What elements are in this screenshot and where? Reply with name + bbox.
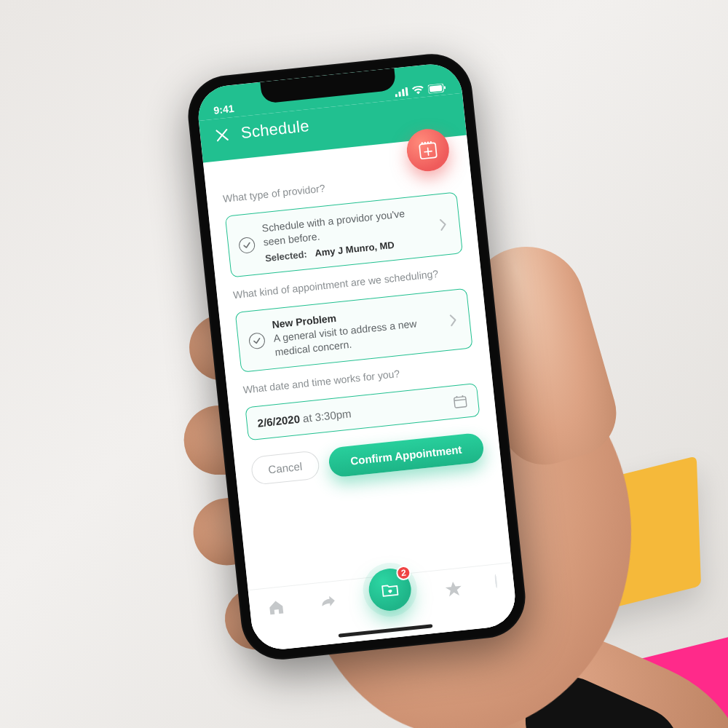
check-circle-icon <box>248 332 266 349</box>
chevron-right-icon <box>448 313 460 327</box>
appointment-card[interactable]: New Problem A general visit to address a… <box>235 288 473 373</box>
home-icon <box>266 597 287 618</box>
phone-screen: 9:41 Schedule <box>195 61 518 652</box>
svg-rect-2 <box>402 89 405 96</box>
svg-rect-3 <box>405 87 408 96</box>
phone-device-frame: 9:41 Schedule <box>184 50 529 664</box>
svg-rect-0 <box>395 94 397 97</box>
provider-card[interactable]: Schedule with a providor you've seen bef… <box>225 191 463 277</box>
nav-home[interactable] <box>266 597 287 618</box>
nav-profile[interactable] <box>495 575 498 588</box>
confirm-appointment-button[interactable]: Confirm Appointment <box>328 432 485 478</box>
home-indicator <box>339 624 433 638</box>
svg-rect-6 <box>444 86 446 89</box>
status-time: 9:41 <box>213 103 235 116</box>
calendar-icon <box>452 393 468 409</box>
chevron-right-icon <box>438 217 450 231</box>
svg-rect-1 <box>398 92 401 97</box>
nav-favorites[interactable] <box>443 579 464 600</box>
folder-heart-icon <box>379 579 401 601</box>
close-icon[interactable] <box>214 127 230 143</box>
cancel-button[interactable]: Cancel <box>250 450 320 485</box>
check-circle-icon <box>238 236 256 253</box>
calendar-plus-icon <box>416 138 440 162</box>
signal-icon <box>395 87 408 98</box>
wifi-icon <box>412 85 424 95</box>
date-joiner: at <box>302 411 312 424</box>
star-icon <box>443 579 464 600</box>
nav-share[interactable] <box>317 592 339 613</box>
battery-icon <box>428 83 446 93</box>
background-notebook-pink <box>558 632 728 728</box>
page-title: Schedule <box>240 116 310 143</box>
svg-rect-12 <box>454 397 467 408</box>
selected-date: 2/6/2020 <box>257 412 301 429</box>
selected-time: 3:30pm <box>314 407 352 423</box>
svg-line-13 <box>454 400 466 401</box>
avatar-icon <box>495 574 498 588</box>
share-arrow-icon <box>317 592 339 613</box>
selected-label: Selected: <box>264 248 307 264</box>
svg-rect-5 <box>430 85 443 92</box>
